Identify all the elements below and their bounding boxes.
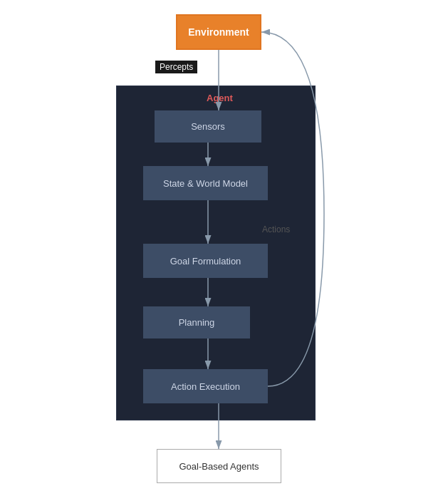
sensors-box: Sensors — [155, 110, 261, 143]
diagram-container: Environment Percepts Agent Sensors State… — [0, 0, 448, 491]
actions-label: Actions — [262, 224, 290, 234]
state-world-box: State & World Model — [143, 166, 268, 200]
action-execution-box: Action Execution — [143, 369, 268, 403]
agent-label: Agent — [207, 93, 233, 103]
percepts-label: Percepts — [155, 61, 197, 73]
planning-box: Planning — [143, 306, 250, 338]
environment-label: Environment — [188, 26, 249, 38]
goal-based-agents-box: Goal-Based Agents — [157, 449, 281, 483]
environment-box: Environment — [176, 14, 261, 50]
goal-formulation-box: Goal Formulation — [143, 244, 268, 278]
